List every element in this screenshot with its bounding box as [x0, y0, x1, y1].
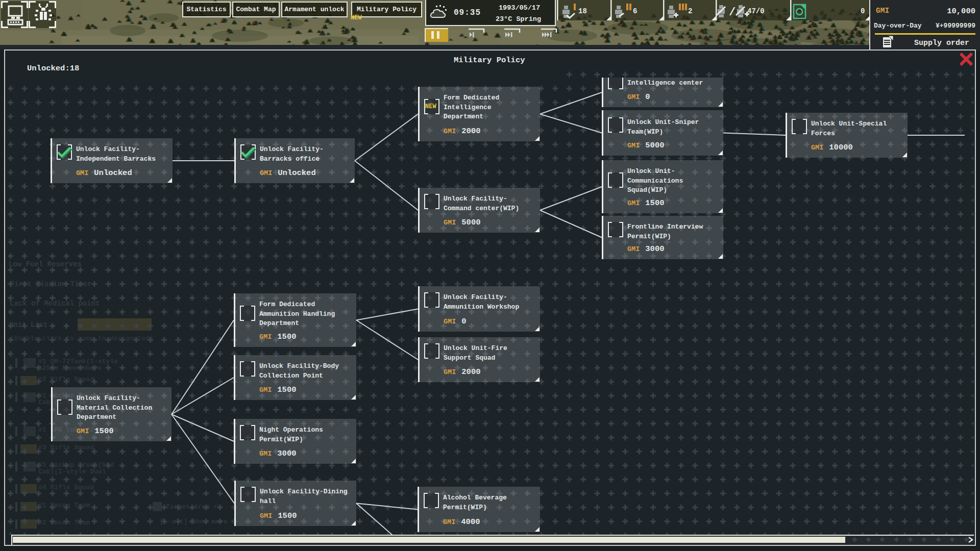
svg-text:/: /: [729, 6, 736, 19]
